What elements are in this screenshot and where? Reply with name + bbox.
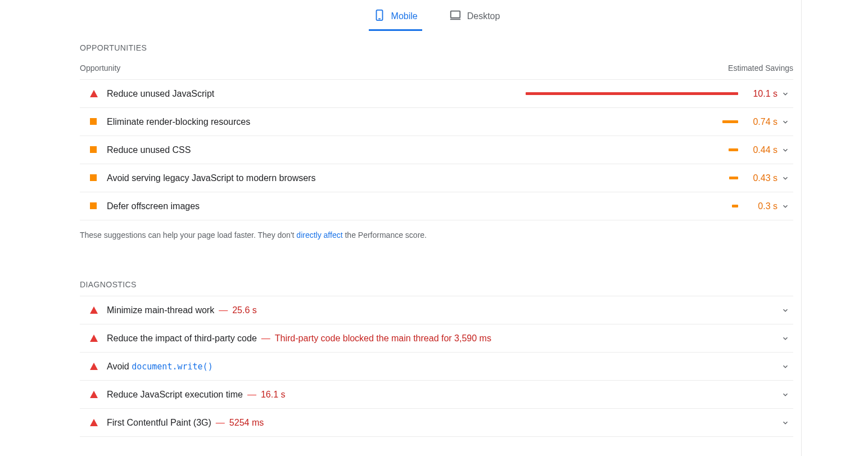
diagnostic-row[interactable]: Avoid document.write() [80,353,793,381]
savings-bar [526,205,738,207]
savings-value: 0.3 s [746,201,777,211]
square-orange-icon [90,174,98,182]
diagnostic-title: Reduce JavaScript execution time [107,390,243,400]
opportunity-title: Eliminate render-blocking resources [107,117,250,127]
opportunity-row[interactable]: Reduce unused JavaScript10.1 s [80,80,793,108]
savings-bar [526,177,738,179]
triangle-red-icon [90,306,98,314]
footer-link[interactable]: directly affect [296,231,342,240]
square-orange-icon [90,202,98,210]
chevron-down-icon [777,90,793,98]
diagnostic-row[interactable]: First Contentful Paint (3G)—5254 ms [80,409,793,437]
triangle-red-icon [90,335,98,342]
chevron-down-icon [777,335,793,342]
tab-mobile-label: Mobile [391,11,418,21]
separator: — [247,390,256,400]
chevron-down-icon [777,363,793,371]
separator: — [216,418,225,428]
chevron-down-icon [777,391,793,399]
diagnostic-row[interactable]: Reduce the impact of third-party code—Th… [80,324,793,353]
code-literal: document.write() [132,362,213,372]
diagnostic-value: 16.1 s [261,390,286,400]
device-tabs: Mobile Desktop [72,0,801,31]
opportunity-row[interactable]: Avoid serving legacy JavaScript to moder… [80,164,793,192]
footer-text: These suggestions can help your page loa… [80,231,296,240]
chevron-down-icon [777,118,793,126]
diagnostic-value: 25.6 s [232,305,257,315]
chevron-down-icon [777,202,793,210]
savings-bar [526,148,738,151]
separator: — [219,305,228,315]
triangle-red-icon [90,419,98,427]
tab-mobile[interactable]: Mobile [369,2,422,31]
col-savings: Estimated Savings [728,64,793,73]
tab-desktop[interactable]: Desktop [445,2,505,31]
opportunity-title: Reduce unused JavaScript [107,89,214,99]
diagnostics-section: Diagnostics Minimize main-thread work—25… [72,268,801,437]
chevron-down-icon [777,174,793,182]
chevron-down-icon [777,419,793,427]
footer-text: the Performance score. [343,231,427,240]
diagnostics-heading: Diagnostics [80,268,793,296]
triangle-red-icon [90,363,98,371]
opportunities-list: Reduce unused JavaScript10.1 sEliminate … [80,80,793,220]
desktop-icon [449,9,462,24]
opportunity-title: Reduce unused CSS [107,145,191,155]
savings-bar [526,92,738,95]
opportunity-row[interactable]: Eliminate render-blocking resources0.74 … [80,108,793,136]
square-orange-icon [90,146,98,154]
diagnostic-value: 5254 ms [229,418,264,428]
diagnostic-title: First Contentful Paint (3G) [107,418,211,428]
opportunities-columns: Opportunity Estimated Savings [80,59,793,80]
chevron-down-icon [777,306,793,314]
opportunities-footer: These suggestions can help your page loa… [80,220,793,268]
savings-bar [526,120,738,123]
triangle-red-icon [90,391,98,399]
diagnostic-row[interactable]: Reduce JavaScript execution time—16.1 s [80,381,793,409]
opportunity-title: Avoid serving legacy JavaScript to moder… [107,173,315,183]
opportunity-row[interactable]: Defer offscreen images0.3 s [80,192,793,220]
separator: — [261,333,270,344]
diagnostic-title: Avoid document.write() [107,362,213,372]
chevron-down-icon [777,146,793,154]
savings-value: 0.43 s [746,173,777,183]
diagnostic-row[interactable]: Minimize main-thread work—25.6 s [80,296,793,324]
opportunities-section: Opportunities Opportunity Estimated Savi… [72,31,801,268]
svg-rect-2 [450,11,460,18]
diagnostic-value: Third-party code blocked the main thread… [275,333,491,344]
savings-value: 10.1 s [746,89,777,99]
savings-value: 0.74 s [746,117,777,127]
tab-desktop-label: Desktop [467,11,500,21]
diagnostics-list: Minimize main-thread work—25.6 sReduce t… [80,296,793,437]
diagnostic-title: Reduce the impact of third-party code [107,333,257,344]
col-opportunity: Opportunity [80,64,120,73]
opportunities-heading: Opportunities [80,31,793,59]
square-orange-icon [90,118,98,126]
triangle-red-icon [90,90,98,98]
opportunity-title: Defer offscreen images [107,201,200,211]
opportunity-row[interactable]: Reduce unused CSS0.44 s [80,136,793,164]
diagnostic-title: Minimize main-thread work [107,305,214,315]
mobile-icon [373,9,386,24]
savings-value: 0.44 s [746,145,777,155]
